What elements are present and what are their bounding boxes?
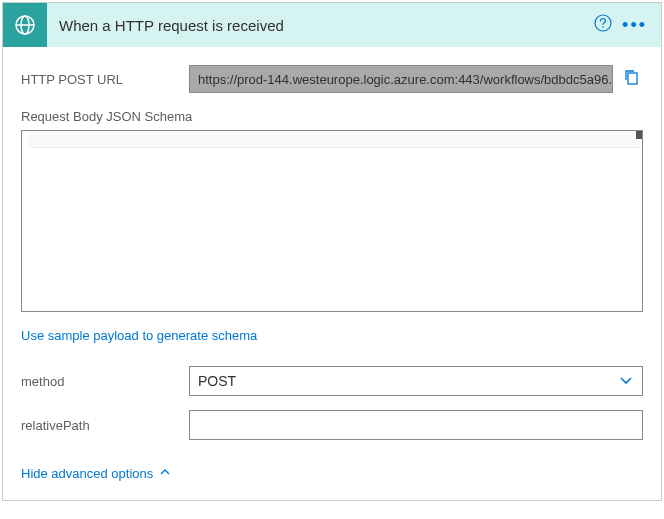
trigger-title: When a HTTP request is received [47,17,590,34]
chevron-up-icon [159,466,171,481]
method-label: method [21,374,189,389]
trigger-header: When a HTTP request is received ••• [3,3,661,47]
http-post-url-field: https://prod-144.westeurope.logic.azure.… [189,65,613,93]
method-select[interactable]: POST [189,366,643,396]
sample-payload-link[interactable]: Use sample payload to generate schema [21,328,257,343]
more-menu-icon[interactable]: ••• [620,16,649,34]
advanced-label: Hide advanced options [21,466,153,481]
relativepath-label: relativePath [21,418,189,433]
request-body-schema-input[interactable] [21,130,643,312]
chevron-down-icon [618,372,634,391]
svg-point-4 [602,26,604,28]
relativepath-input[interactable] [189,410,643,440]
help-icon[interactable] [590,10,616,40]
http-trigger-icon [3,3,47,47]
schema-label: Request Body JSON Schema [21,109,643,124]
svg-rect-5 [628,73,637,84]
method-value: POST [198,373,236,389]
url-label: HTTP POST URL [21,72,189,87]
copy-url-button[interactable] [621,66,643,92]
hide-advanced-options-link[interactable]: Hide advanced options [21,466,171,481]
